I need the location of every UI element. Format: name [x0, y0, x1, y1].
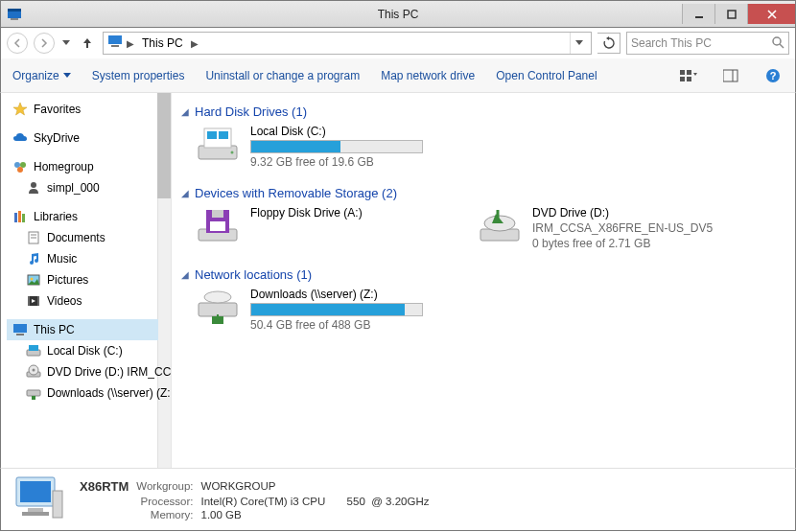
sidebar-pictures[interactable]: Pictures: [7, 269, 158, 290]
svg-point-28: [31, 278, 34, 281]
svg-point-18: [20, 162, 26, 168]
dvd-drive-icon: [477, 206, 523, 244]
svg-rect-10: [687, 70, 691, 75]
forward-button[interactable]: [34, 33, 55, 54]
hdd-icon: [195, 125, 241, 163]
svg-rect-2: [11, 18, 18, 20]
svg-rect-57: [20, 481, 51, 502]
svg-rect-23: [22, 214, 25, 222]
system-properties-button[interactable]: System properties: [92, 69, 185, 82]
search-icon: [771, 35, 784, 52]
titlebar: This PC: [0, 0, 796, 28]
address-dropdown[interactable]: [570, 33, 587, 54]
network-drive-icon: [195, 288, 241, 326]
breadcrumb-root[interactable]: This PC: [138, 35, 187, 52]
drive-dvd-d[interactable]: DVD Drive (D:) IRM_CCSA_X86FRE_EN-US_DV5…: [477, 206, 745, 250]
chevron-right-icon[interactable]: ▶: [191, 38, 199, 49]
sidebar-homegroup[interactable]: Homegroup: [7, 156, 158, 177]
svg-rect-59: [22, 512, 49, 516]
svg-rect-32: [13, 324, 27, 333]
pictures-icon: [26, 272, 41, 288]
svg-rect-35: [29, 345, 38, 351]
scrollbar-thumb[interactable]: [157, 93, 171, 198]
svg-point-19: [17, 167, 23, 173]
refresh-button[interactable]: [597, 33, 620, 54]
search-input[interactable]: Search This PC: [626, 32, 789, 55]
chevron-right-icon[interactable]: ▶: [127, 38, 134, 49]
sidebar-music[interactable]: Music: [7, 248, 158, 269]
svg-rect-1: [8, 9, 21, 12]
control-panel-button[interactable]: Open Control Panel: [496, 69, 597, 82]
svg-text:?: ?: [770, 70, 777, 81]
svg-rect-31: [37, 296, 39, 306]
svg-rect-60: [53, 491, 62, 518]
sidebar-local-disk[interactable]: Local Disk (C:): [7, 340, 158, 361]
capacity-bar: [250, 303, 423, 316]
drive-freespace: 0 bytes free of 2.71 GB: [532, 237, 713, 250]
drive-floppy-a[interactable]: Floppy Disk Drive (A:): [195, 206, 463, 250]
memory-value: 1.00 GB: [201, 509, 430, 520]
svg-rect-6: [111, 45, 119, 47]
close-button[interactable]: [747, 4, 795, 24]
sidebar-network-drive[interactable]: Downloads (\\server) (Z:: [7, 382, 158, 404]
sidebar-this-pc[interactable]: This PC: [7, 319, 158, 340]
up-button[interactable]: [78, 34, 97, 53]
workgroup-value: WORKGROUP: [201, 480, 430, 492]
group-header-network[interactable]: ◢Network locations (1): [181, 264, 785, 288]
details-pane: X86RTM Workgroup: WORKGROUP Processor: I…: [0, 468, 796, 531]
person-icon: [26, 180, 41, 196]
history-dropdown[interactable]: [60, 33, 72, 54]
back-button[interactable]: [7, 33, 28, 54]
sidebar-libraries[interactable]: Libraries: [7, 206, 158, 227]
minimize-button[interactable]: [682, 4, 714, 24]
drive-local-disk-c[interactable]: Local Disk (C:) 9.32 GB free of 19.6 GB: [195, 125, 463, 169]
view-options-button[interactable]: [678, 65, 699, 86]
svg-rect-48: [212, 210, 223, 218]
drive-label: IRM_CCSA_X86FRE_EN-US_DV5: [532, 221, 713, 235]
breadcrumb-bar[interactable]: ▶ This PC ▶: [103, 32, 592, 55]
preview-pane-button[interactable]: [720, 65, 741, 86]
hostname: X86RTM: [80, 479, 129, 494]
svg-rect-30: [28, 296, 30, 306]
drive-name: Floppy Disk Drive (A:): [250, 206, 363, 220]
sidebar-skydrive[interactable]: SkyDrive: [7, 127, 158, 149]
map-drive-button[interactable]: Map network drive: [381, 69, 475, 82]
processor-value: Intel(R) Core(TM) i3 CPU 550 @ 3.20GHz: [201, 496, 430, 507]
help-button[interactable]: ?: [762, 65, 784, 86]
star-icon: [12, 102, 28, 117]
svg-rect-5: [108, 35, 122, 44]
pc-icon: [107, 34, 123, 53]
group-header-hdd[interactable]: ◢Hard Disk Drives (1): [181, 101, 785, 125]
sidebar-documents[interactable]: Documents: [7, 227, 158, 248]
workgroup-label: Workgroup:: [136, 480, 193, 492]
svg-rect-3: [695, 16, 703, 18]
memory-label: Memory:: [136, 509, 193, 520]
drive-freespace: 50.4 GB free of 488 GB: [250, 318, 423, 332]
svg-rect-33: [16, 334, 24, 335]
uninstall-button[interactable]: Uninstall or change a program: [205, 69, 360, 82]
maximize-button[interactable]: [714, 4, 747, 24]
drive-name: Downloads (\\server) (Z:): [250, 288, 423, 301]
svg-rect-11: [680, 77, 685, 81]
drive-icon: [26, 343, 41, 359]
organize-button[interactable]: Organize: [12, 69, 71, 82]
svg-rect-54: [212, 316, 223, 324]
svg-rect-9: [680, 70, 685, 75]
sidebar-favorites[interactable]: Favorites: [7, 99, 158, 120]
sidebar-homegroup-user[interactable]: simpl_000: [7, 177, 158, 198]
drive-network-z[interactable]: Downloads (\\server) (Z:) 50.4 GB free o…: [195, 288, 463, 332]
sidebar-videos[interactable]: Videos: [7, 290, 158, 312]
sidebar-dvd-drive[interactable]: DVD Drive (D:) IRM_CCS: [7, 361, 158, 382]
content-area: ◢Hard Disk Drives (1) Local Disk (C:) 9.…: [172, 93, 795, 468]
dvd-icon: [26, 364, 41, 380]
svg-line-8: [780, 44, 784, 48]
floppy-icon: [195, 206, 241, 244]
svg-point-53: [204, 291, 231, 303]
videos-icon: [26, 293, 41, 309]
svg-rect-22: [18, 211, 21, 222]
network-drive-icon: [26, 385, 41, 401]
svg-rect-43: [207, 131, 217, 139]
group-header-removable[interactable]: ◢Devices with Removable Storage (2): [181, 182, 785, 206]
scrollbar[interactable]: [157, 93, 171, 468]
documents-icon: [26, 230, 41, 245]
